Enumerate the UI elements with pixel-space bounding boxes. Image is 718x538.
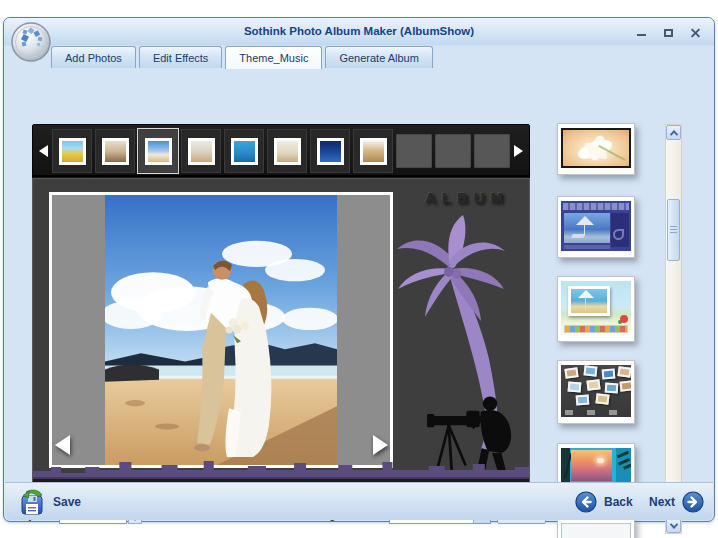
filmstrip-photo-slot[interactable] <box>353 129 393 173</box>
themes-scrollbar[interactable] <box>665 124 682 534</box>
chevron-down-icon <box>669 520 677 528</box>
preview-panel: ALBUM <box>32 124 530 496</box>
album-preview-stage: ALBUM <box>33 179 529 481</box>
maximize-button[interactable] <box>659 25 677 38</box>
filmstrip-photo-slot[interactable] <box>310 129 350 173</box>
photo-thumbnail-image <box>102 138 129 165</box>
filmstrip-photo-slot[interactable] <box>224 129 264 173</box>
filmstrip-next-arrow[interactable] <box>514 145 523 157</box>
minimize-button[interactable] <box>632 25 650 38</box>
filmstrip-photo-slot[interactable] <box>138 129 178 173</box>
wedding-couple-photo <box>105 195 337 465</box>
theme-thumbnail-dark-blue-beach[interactable] <box>557 196 635 258</box>
app-window: Sothink Photo Album Maker (AlbumShow) <box>3 17 715 522</box>
tab-bar: Add Photos Edit Effects Theme_Music Gene… <box>51 46 436 69</box>
scrollbar-grip-icon <box>670 229 677 230</box>
app-logo-button[interactable] <box>11 22 51 62</box>
back-button-label: Back <box>604 495 633 509</box>
title-bar: Sothink Photo Album Maker (AlbumShow) <box>4 18 714 46</box>
filmstrip-photo-slot[interactable] <box>181 129 221 173</box>
theme-preview-image <box>561 128 631 168</box>
filmstrip <box>33 125 529 177</box>
filmstrip-photo-slot[interactable] <box>267 129 307 173</box>
window-controls <box>632 25 704 38</box>
photo-thumbnail-image <box>317 138 344 165</box>
filmstrip-thumbs <box>52 129 510 173</box>
theme-preview-image <box>561 281 631 335</box>
minimize-icon <box>637 34 646 36</box>
footer-bar: Save Back Next <box>5 482 713 520</box>
photo-thumbnail-image <box>274 138 301 165</box>
app-logo-icon <box>11 22 51 62</box>
photo-thumbnail-image <box>59 138 86 165</box>
tab-add-photos[interactable]: Add Photos <box>51 46 136 68</box>
close-button[interactable] <box>686 25 704 38</box>
tab-generate-album[interactable]: Generate Album <box>325 46 433 68</box>
chevron-up-icon <box>669 130 677 138</box>
photo-thumbnail-image <box>231 138 258 165</box>
back-arrow-icon <box>575 491 597 513</box>
scrollbar-thumb[interactable] <box>667 199 680 261</box>
theme-thumbnail-beach-umbrella[interactable] <box>557 276 635 342</box>
next-button-label: Next <box>649 495 675 509</box>
back-button[interactable]: Back <box>575 491 633 513</box>
maximize-icon <box>664 29 673 37</box>
scroll-up-button[interactable] <box>666 125 681 140</box>
theme-thumbnail-lily[interactable] <box>557 123 635 175</box>
theme-preview-image <box>561 365 631 417</box>
theme-thumbnail-photo-wall[interactable] <box>557 360 635 424</box>
preview-prev-arrow[interactable] <box>55 435 70 455</box>
photo-thumbnail-image <box>360 138 387 165</box>
photo-thumbnail-image <box>145 138 172 165</box>
filmstrip-photo-slot[interactable] <box>52 129 92 173</box>
theme-preview-image <box>561 201 631 251</box>
next-arrow-icon <box>682 491 704 513</box>
window-title: Sothink Photo Album Maker (AlbumShow) <box>4 25 714 37</box>
filmstrip-empty-slot <box>396 134 432 168</box>
save-button-label: Save <box>53 495 81 509</box>
tab-edit-effects[interactable]: Edit Effects <box>139 46 222 68</box>
photo-thumbnail-image <box>188 138 215 165</box>
filmstrip-empty-slot <box>474 134 510 168</box>
preview-next-arrow[interactable] <box>373 435 388 455</box>
content-area: ALBUM <box>5 68 713 520</box>
next-button[interactable]: Next <box>649 491 704 513</box>
save-button[interactable]: Save <box>19 489 81 515</box>
scroll-down-button[interactable] <box>666 518 681 533</box>
city-skyline-graphic <box>33 459 529 481</box>
close-icon <box>690 27 701 38</box>
tab-theme-music[interactable]: Theme_Music <box>225 46 322 69</box>
save-disk-icon <box>19 489 45 515</box>
filmstrip-photo-slot[interactable] <box>95 129 135 173</box>
filmstrip-prev-arrow[interactable] <box>39 145 48 157</box>
filmstrip-empty-slot <box>435 134 471 168</box>
photo-frame <box>49 192 393 468</box>
album-theme-title: ALBUM <box>407 189 527 206</box>
